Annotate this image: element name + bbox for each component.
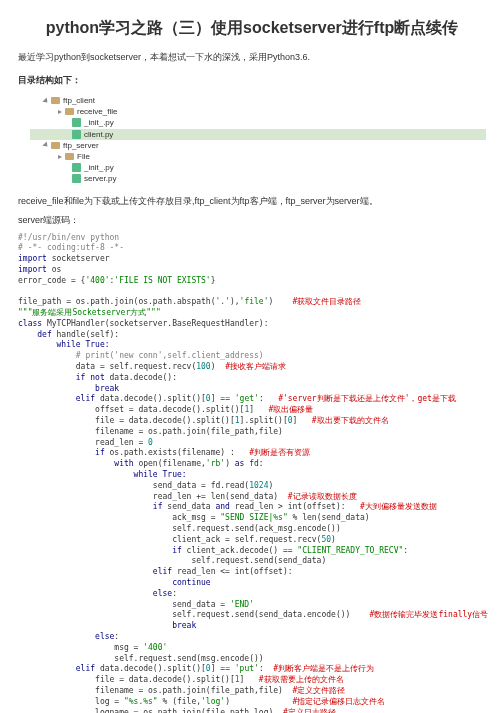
page-title: python学习之路（三）使用socketserver进行ftp断点续传 [18, 18, 486, 39]
chevron-down-icon [42, 97, 49, 104]
python-file-icon [72, 118, 81, 127]
caption-text: receive_file和file为下载或上传文件存放目录,ftp_client… [18, 195, 486, 208]
python-file-icon [72, 130, 81, 139]
python-file-icon [72, 174, 81, 183]
tree-item-selected: client.py [84, 129, 113, 140]
folder-icon [51, 142, 60, 149]
tree-item: ftp_client [63, 95, 95, 106]
structure-label: 目录结构如下： [18, 74, 486, 87]
tree-item: ftp_server [63, 140, 99, 151]
intro-text: 最近学习python到socketserver，本着想试一下水的深浅，采用Pyt… [18, 51, 486, 64]
code-block: #!/usr/bin/env python # -*- coding:utf-8… [18, 233, 486, 714]
directory-tree: ftp_client ▸receive_file _init_.py clien… [30, 95, 486, 185]
tree-item: _init_.py [84, 117, 114, 128]
tree-item: _init_.py [84, 162, 114, 173]
server-code-label: server端源码： [18, 214, 486, 227]
tree-item: File [77, 151, 90, 162]
python-file-icon [72, 163, 81, 172]
folder-icon [51, 97, 60, 104]
folder-icon [65, 108, 74, 115]
chevron-down-icon [42, 142, 49, 149]
tree-item: server.py [84, 173, 116, 184]
folder-icon [65, 153, 74, 160]
tree-item: receive_file [77, 106, 117, 117]
